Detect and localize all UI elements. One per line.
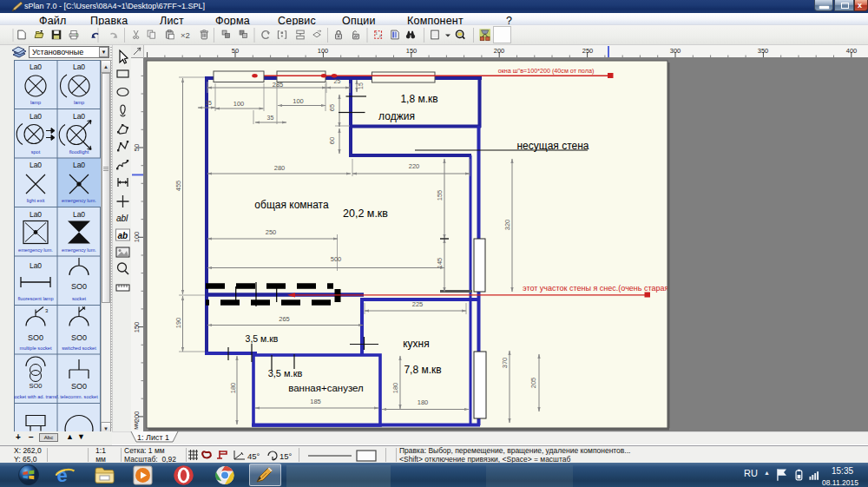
svg-text:La0: La0 xyxy=(73,210,85,219)
svg-text:100: 100 xyxy=(293,97,304,105)
svg-text:15: 15 xyxy=(358,82,364,89)
svg-text:La0: La0 xyxy=(73,161,85,169)
svg-text:несущая стена: несущая стена xyxy=(516,140,589,152)
svg-text:205: 205 xyxy=(529,378,537,389)
svg-text:emergency lum.: emergency lum. xyxy=(62,247,96,253)
svg-text:145: 145 xyxy=(436,258,444,269)
svg-text:35: 35 xyxy=(267,115,274,121)
svg-text:1: 1 xyxy=(376,31,378,36)
svg-text:fluorescent lamp: fluorescent lamp xyxy=(17,296,53,301)
svg-text:e: e xyxy=(57,464,68,486)
svg-text:285: 285 xyxy=(273,81,284,89)
svg-text:190: 190 xyxy=(174,318,182,329)
svg-text:spot: spot xyxy=(31,149,41,155)
svg-text:500: 500 xyxy=(331,255,342,263)
svg-text:floodlight: floodlight xyxy=(69,149,89,155)
svg-text:мм: мм xyxy=(133,421,139,430)
svg-text:225: 225 xyxy=(412,300,424,308)
svg-text:100: 100 xyxy=(233,100,245,108)
svg-text:La0: La0 xyxy=(73,63,85,71)
svg-text:35: 35 xyxy=(205,100,212,106)
svg-text:ванная+санузел: ванная+санузел xyxy=(288,383,364,393)
svg-text:250: 250 xyxy=(266,228,277,236)
svg-text:25: 25 xyxy=(334,78,341,84)
svg-text:370: 370 xyxy=(501,358,509,369)
svg-text:150: 150 xyxy=(133,322,141,333)
svg-text:кухня: кухня xyxy=(403,338,430,350)
svg-text:3,5 м.кв: 3,5 м.кв xyxy=(246,333,279,344)
svg-text:telecomm. socket: telecomm. socket xyxy=(60,394,98,399)
svg-text:200: 200 xyxy=(133,411,141,423)
svg-text:455: 455 xyxy=(174,181,182,192)
svg-text:La0: La0 xyxy=(30,161,42,169)
svg-text:SO0: SO0 xyxy=(71,282,87,291)
svg-text:265: 265 xyxy=(279,315,290,323)
svg-text:180: 180 xyxy=(391,383,399,394)
svg-text:SO0: SO0 xyxy=(71,333,87,342)
svg-text:SO0: SO0 xyxy=(28,333,43,342)
svg-text:15°: 15° xyxy=(279,451,293,461)
svg-text:45°: 45° xyxy=(247,451,260,461)
svg-text:3,5 м.кв: 3,5 м.кв xyxy=(268,368,303,378)
svg-text:La0: La0 xyxy=(30,112,42,121)
svg-text:20,2 м.кв: 20,2 м.кв xyxy=(343,207,388,220)
svg-text:100: 100 xyxy=(318,47,329,55)
svg-text:lamp: lamp xyxy=(74,100,84,105)
svg-text:60: 60 xyxy=(328,137,336,144)
svg-text:La0: La0 xyxy=(30,63,42,71)
svg-text:50: 50 xyxy=(133,144,141,151)
svg-text:150: 150 xyxy=(406,47,418,55)
svg-text:100: 100 xyxy=(133,232,141,243)
svg-text:socket with ad. transf.: socket with ad. transf. xyxy=(14,394,59,399)
svg-text:socket: socket xyxy=(72,296,87,301)
svg-text:280: 280 xyxy=(274,164,286,172)
svg-text:185: 185 xyxy=(310,398,321,405)
svg-text:400: 400 xyxy=(846,47,858,55)
svg-text:155: 155 xyxy=(436,190,444,201)
svg-text:×2: ×2 xyxy=(181,30,190,40)
svg-text:200: 200 xyxy=(494,47,505,55)
svg-text:lamp: lamp xyxy=(30,100,41,105)
svg-text:300: 300 xyxy=(670,47,681,55)
svg-text:320: 320 xyxy=(503,220,511,231)
svg-text:La0: La0 xyxy=(30,261,42,270)
svg-text:этот участок стены я снес.(оче: этот участок стены я снес.(очень старая xyxy=(523,284,669,293)
svg-text:La0: La0 xyxy=(30,210,42,219)
svg-text:emergency lum.: emergency lum. xyxy=(62,198,96,203)
svg-text:1,8 м.кв: 1,8 м.кв xyxy=(400,93,437,105)
svg-text:220: 220 xyxy=(409,162,420,170)
svg-text:окна ш"в=100*200 (40см от пола: окна ш"в=100*200 (40см от пола) xyxy=(498,67,595,75)
svg-text:ab: ab xyxy=(118,231,128,240)
svg-text:7,8 м.кв: 7,8 м.кв xyxy=(404,364,441,376)
svg-text:SO0: SO0 xyxy=(71,382,87,391)
svg-text:multiple socket: multiple socket xyxy=(20,346,52,351)
svg-text:180: 180 xyxy=(418,398,429,406)
svg-text:emergency lum.: emergency lum. xyxy=(18,247,53,253)
svg-text:50: 50 xyxy=(232,47,239,55)
svg-text:switched socket: switched socket xyxy=(62,346,96,351)
svg-text:SO0: SO0 xyxy=(29,382,42,390)
svg-text:250: 250 xyxy=(582,47,594,55)
svg-text:общая комната: общая комната xyxy=(254,199,329,211)
svg-text:light exit: light exit xyxy=(27,198,45,203)
svg-text:La0: La0 xyxy=(73,112,85,121)
svg-text:65: 65 xyxy=(328,104,336,111)
svg-text:350: 350 xyxy=(758,47,769,55)
svg-text:180: 180 xyxy=(229,383,237,394)
svg-text:abl: abl xyxy=(116,214,128,223)
svg-text:лоджия: лоджия xyxy=(378,110,415,122)
svg-text:1: Лист 1: 1: Лист 1 xyxy=(137,433,169,442)
